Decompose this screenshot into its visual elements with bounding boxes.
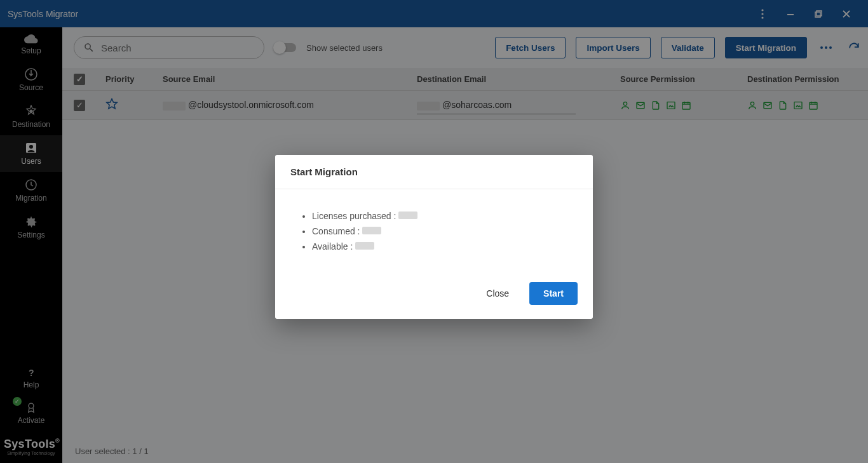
- redacted-value: [398, 211, 417, 219]
- redacted-value: [362, 227, 381, 234]
- redacted-value: [355, 242, 374, 250]
- modal-overlay: Start Migration Licenses purchased : Con…: [0, 0, 868, 463]
- consumed-row: Consumed :: [312, 226, 567, 236]
- start-migration-dialog: Start Migration Licenses purchased : Con…: [275, 155, 593, 319]
- available-row: Available :: [312, 241, 567, 252]
- licenses-purchased-row: Licenses purchased :: [312, 211, 567, 221]
- dialog-footer: Close Start: [275, 276, 593, 319]
- start-button[interactable]: Start: [529, 282, 578, 305]
- dialog-body: Licenses purchased : Consumed : Availabl…: [275, 189, 593, 276]
- close-button[interactable]: Close: [477, 282, 518, 305]
- dialog-title: Start Migration: [275, 155, 593, 189]
